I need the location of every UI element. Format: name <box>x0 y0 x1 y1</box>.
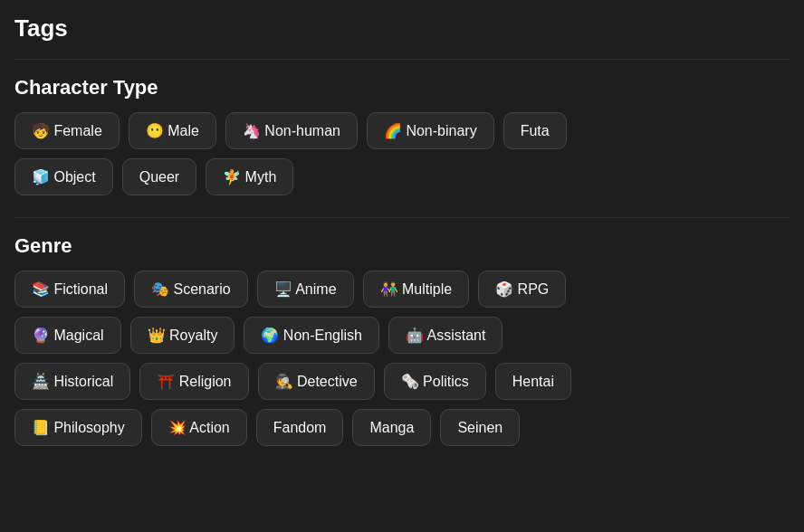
tag-btn-multiple[interactable]: 👫 Multiple <box>363 271 470 308</box>
genre-row-3: 🏯 Historical⛩️ Religion🕵️ Detective🗞️ Po… <box>14 363 790 400</box>
character-type-row-2: 🧊 ObjectQueer🧚 Myth <box>14 158 790 195</box>
tag-btn-myth[interactable]: 🧚 Myth <box>206 158 293 195</box>
tag-btn-fictional[interactable]: 📚 Fictional <box>14 271 125 308</box>
tag-btn-action[interactable]: 💥 Action <box>151 409 247 446</box>
tag-btn-non-english[interactable]: 🌍 Non-English <box>244 317 379 354</box>
character-type-title: Character Type <box>14 76 790 100</box>
divider-character <box>14 59 790 60</box>
character-type-row-1: 🧒 Female😶 Male🦄 Non-human🌈 Non-binaryFut… <box>14 112 790 149</box>
tag-btn-detective[interactable]: 🕵️ Detective <box>258 363 375 400</box>
tag-btn-religion[interactable]: ⛩️ Religion <box>139 363 248 400</box>
divider-genre <box>14 217 790 218</box>
tag-btn-female[interactable]: 🧒 Female <box>14 112 120 149</box>
genre-section: Genre 📚 Fictional🎭 Scenario🖥️ Anime👫 Mul… <box>14 234 790 446</box>
tag-btn-hentai[interactable]: Hentai <box>495 363 571 400</box>
tag-btn-manga[interactable]: Manga <box>352 409 431 446</box>
page-container: Tags Character Type 🧒 Female😶 Male🦄 Non-… <box>14 14 790 446</box>
genre-row-4: 📒 Philosophy💥 ActionFandomMangaSeinen <box>14 409 790 446</box>
tag-btn-historical[interactable]: 🏯 Historical <box>14 363 130 400</box>
tag-btn-philosophy[interactable]: 📒 Philosophy <box>14 409 142 446</box>
tag-btn-rpg[interactable]: 🎲 RPG <box>478 271 566 308</box>
page-title: Tags <box>14 14 790 43</box>
tag-btn-non-human[interactable]: 🦄 Non-human <box>225 112 358 149</box>
genre-rows: 📚 Fictional🎭 Scenario🖥️ Anime👫 Multiple🎲… <box>14 271 790 446</box>
tag-btn-anime[interactable]: 🖥️ Anime <box>257 271 354 308</box>
tag-btn-object[interactable]: 🧊 Object <box>14 158 113 195</box>
tag-btn-scenario[interactable]: 🎭 Scenario <box>134 271 248 308</box>
tag-btn-futa[interactable]: Futa <box>503 112 567 149</box>
genre-row-1: 📚 Fictional🎭 Scenario🖥️ Anime👫 Multiple🎲… <box>14 271 790 308</box>
character-type-section: Character Type 🧒 Female😶 Male🦄 Non-human… <box>14 76 790 195</box>
tag-btn-magical[interactable]: 🔮 Magical <box>14 317 121 354</box>
tag-btn-fandom[interactable]: Fandom <box>256 409 344 446</box>
tag-btn-assistant[interactable]: 🤖 Assistant <box>388 317 502 354</box>
tag-btn-male[interactable]: 😶 Male <box>129 112 216 149</box>
genre-row-2: 🔮 Magical👑 Royalty🌍 Non-English🤖 Assista… <box>14 317 790 354</box>
tag-btn-seinen[interactable]: Seinen <box>440 409 520 446</box>
genre-title: Genre <box>14 234 790 258</box>
tag-btn-royalty[interactable]: 👑 Royalty <box>130 317 235 354</box>
tag-btn-non-binary[interactable]: 🌈 Non-binary <box>367 112 494 149</box>
tag-btn-queer[interactable]: Queer <box>122 158 196 195</box>
tag-btn-politics[interactable]: 🗞️ Politics <box>384 363 486 400</box>
